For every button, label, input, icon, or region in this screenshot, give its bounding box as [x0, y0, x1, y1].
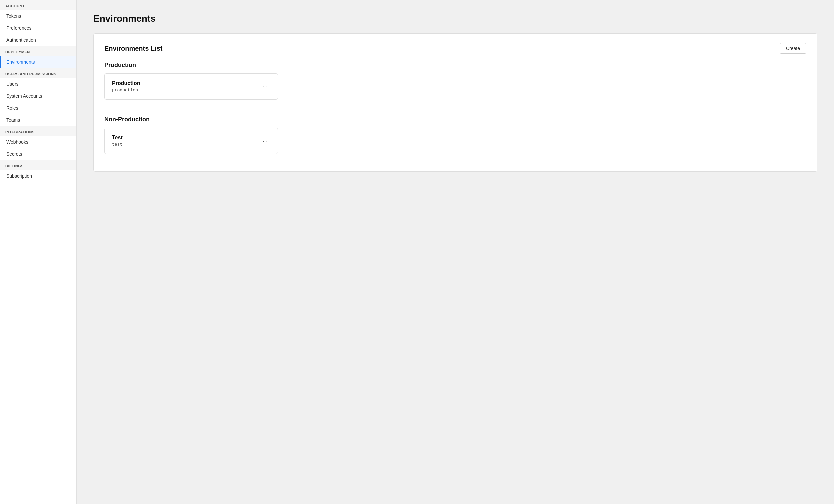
- main-content: Environments Environments List Create Pr…: [77, 0, 834, 504]
- sidebar-section-deployment: DEPLOYMENT: [0, 46, 76, 56]
- sidebar-item-subscription[interactable]: Subscription: [0, 170, 76, 182]
- env-group-title: Production: [104, 62, 806, 69]
- page-title: Environments: [93, 13, 817, 24]
- env-item-slug: test: [112, 142, 123, 147]
- create-button[interactable]: Create: [780, 43, 806, 54]
- env-item-info: Productionproduction: [112, 80, 140, 93]
- env-group-production: ProductionProductionproduction···: [104, 62, 806, 100]
- env-item-more-menu[interactable]: ···: [257, 81, 270, 92]
- sidebar: ACCOUNTTokensPreferencesAuthenticationDE…: [0, 0, 77, 504]
- sidebar-item-authentication[interactable]: Authentication: [0, 34, 76, 46]
- env-item-name: Production: [112, 80, 140, 86]
- env-group-title: Non-Production: [104, 116, 806, 123]
- sidebar-item-preferences[interactable]: Preferences: [0, 22, 76, 34]
- sidebar-item-users[interactable]: Users: [0, 78, 76, 90]
- sidebar-item-tokens[interactable]: Tokens: [0, 10, 76, 22]
- sidebar-item-environments[interactable]: Environments: [0, 56, 76, 68]
- sidebar-item-secrets[interactable]: Secrets: [0, 148, 76, 160]
- env-item-name: Test: [112, 135, 123, 141]
- env-group-divider: [104, 108, 806, 108]
- env-item-info: Testtest: [112, 135, 123, 147]
- env-item-more-menu[interactable]: ···: [257, 136, 270, 146]
- sidebar-item-teams[interactable]: Teams: [0, 114, 76, 126]
- sidebar-item-roles[interactable]: Roles: [0, 102, 76, 114]
- env-group-non-production: Non-ProductionTesttest···: [104, 116, 806, 154]
- environments-card-title: Environments List: [104, 45, 162, 52]
- sidebar-section-account: ACCOUNT: [0, 0, 76, 10]
- sidebar-item-system-accounts[interactable]: System Accounts: [0, 90, 76, 102]
- environments-card: Environments List Create ProductionProdu…: [93, 34, 817, 172]
- env-item-card-test: Testtest···: [104, 128, 278, 154]
- env-item-slug: production: [112, 88, 140, 93]
- environments-card-header: Environments List Create: [104, 43, 806, 54]
- env-item-card-production: Productionproduction···: [104, 73, 278, 100]
- sidebar-section-integrations: INTEGRATIONS: [0, 126, 76, 136]
- sidebar-section-users-and-permissions: USERS AND PERMISSIONS: [0, 68, 76, 78]
- sidebar-section-billings: BILLINGS: [0, 160, 76, 170]
- env-groups-container: ProductionProductionproduction···Non-Pro…: [104, 62, 806, 154]
- sidebar-item-webhooks[interactable]: Webhooks: [0, 136, 76, 148]
